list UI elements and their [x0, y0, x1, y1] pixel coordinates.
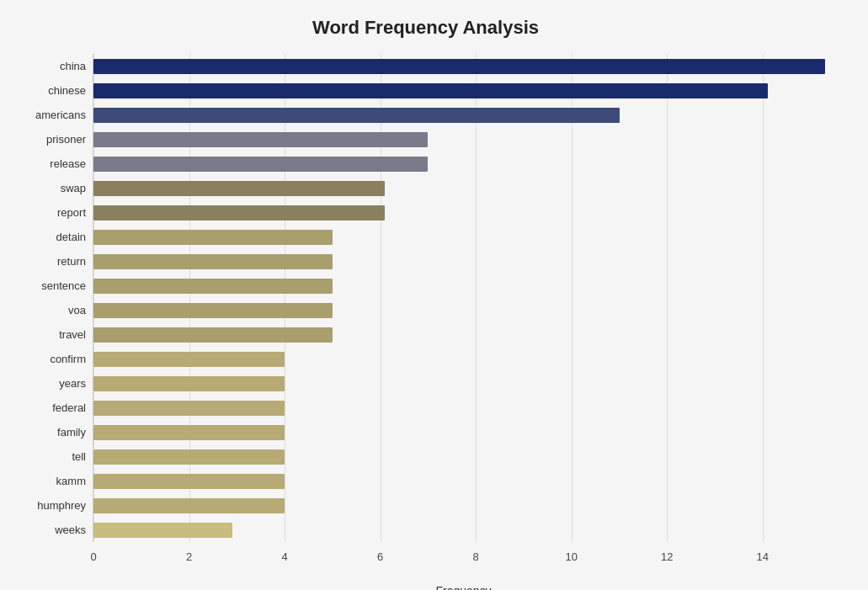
y-label: china — [60, 56, 86, 77]
bar — [93, 498, 285, 513]
bar-row — [93, 202, 834, 224]
y-label: swap — [61, 178, 86, 199]
x-tick-label: 6 — [377, 550, 383, 563]
bar — [93, 230, 333, 245]
chart-title: Word Frequency Analysis — [17, 17, 834, 39]
chart-area: chinachineseamericansprisonerreleaseswap… — [17, 54, 834, 542]
bar-row — [93, 56, 834, 77]
bar-row — [93, 397, 834, 419]
bar — [93, 327, 333, 343]
x-tick-label: 14 — [757, 550, 769, 563]
y-label: return — [57, 251, 86, 273]
y-label: travel — [59, 324, 86, 346]
bar-row — [93, 129, 834, 151]
y-label: years — [59, 373, 86, 395]
bar-row — [93, 495, 834, 517]
bar — [93, 279, 333, 294]
x-tick-label: 0 — [90, 550, 96, 563]
y-label: kamm — [56, 470, 86, 492]
bar — [93, 474, 285, 489]
x-tick-container: 02468101214 — [93, 550, 834, 567]
x-tick-label: 4 — [281, 550, 287, 563]
y-label: tell — [72, 446, 86, 468]
y-label: humphrey — [37, 495, 86, 517]
bar-row — [93, 324, 834, 346]
bar-row — [93, 275, 834, 297]
bar — [93, 449, 285, 465]
bar-row — [93, 80, 834, 102]
bar-row — [93, 104, 834, 126]
y-label: family — [57, 422, 86, 444]
x-tick-label: 12 — [661, 550, 673, 563]
x-tick-label: 8 — [473, 550, 479, 563]
bar — [93, 523, 232, 538]
y-label: federal — [52, 397, 86, 419]
bar-row — [93, 300, 834, 322]
bar-row — [93, 446, 834, 468]
y-axis: chinachineseamericansprisonerreleaseswap… — [17, 54, 93, 542]
bar — [93, 254, 333, 269]
y-label: sentence — [41, 275, 86, 297]
y-label: chinese — [48, 80, 86, 102]
bar — [93, 132, 428, 147]
x-tick-label: 2 — [186, 550, 192, 563]
y-label: release — [50, 153, 86, 175]
bar-row — [93, 422, 834, 444]
bar-row — [93, 348, 834, 370]
bar — [93, 401, 285, 416]
y-label: prisoner — [46, 129, 86, 151]
y-label: report — [57, 202, 86, 224]
y-label: confirm — [50, 348, 86, 370]
bar — [93, 425, 285, 440]
bar-row — [93, 153, 834, 175]
bar-row — [93, 226, 834, 248]
bar — [93, 83, 768, 98]
bar — [93, 59, 825, 74]
bar-row — [93, 373, 834, 395]
bar — [93, 352, 285, 367]
y-label: voa — [68, 300, 86, 322]
chart-container: Word Frequency Analysis chinachineseamer… — [0, 0, 868, 590]
bar-row — [93, 178, 834, 199]
bar-row — [93, 470, 834, 492]
bar — [93, 157, 428, 172]
bars-and-grid: 02468101214 — [93, 54, 834, 542]
bar-row — [93, 251, 834, 273]
bar-row — [93, 519, 834, 541]
y-label: americans — [35, 104, 86, 126]
bar — [93, 181, 385, 196]
bar — [93, 205, 385, 221]
y-label: weeks — [55, 519, 86, 541]
bar — [93, 303, 333, 318]
bar — [93, 108, 620, 123]
y-label: detain — [56, 226, 86, 248]
bar — [93, 376, 285, 391]
x-axis-title: Frequency — [93, 584, 834, 590]
x-tick-label: 10 — [566, 550, 578, 563]
